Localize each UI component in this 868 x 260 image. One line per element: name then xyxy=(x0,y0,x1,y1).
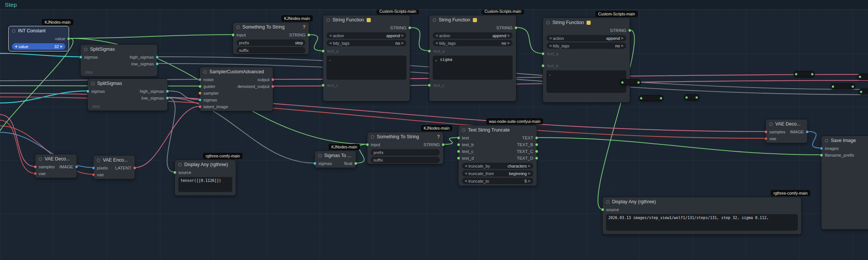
node-title-bar[interactable]: SplitSigmas xyxy=(88,79,167,88)
input-source[interactable]: source xyxy=(173,170,191,175)
decrement-arrow-icon[interactable]: ◀ xyxy=(15,45,17,48)
input-port-dot[interactable] xyxy=(764,137,767,140)
node-title-bar[interactable]: VAE Deco... xyxy=(766,119,807,128)
node-string-function-1[interactable]: Custom-Scripts-mainString FunctionSTRING… xyxy=(323,15,410,101)
increment-arrow-icon[interactable]: ▶ xyxy=(528,164,531,168)
increment-arrow-icon[interactable]: ▶ xyxy=(508,41,510,45)
increment-arrow-icon[interactable]: ▶ xyxy=(528,179,531,183)
widget-prefix[interactable]: prefixstep xyxy=(236,39,305,46)
input-text_d[interactable]: text_d xyxy=(457,156,474,160)
input-port-dot[interactable] xyxy=(640,97,642,100)
input-port-dot[interactable] xyxy=(685,96,688,99)
node-vae-decode-2[interactable]: VAE Deco...samplesIMAGEvae xyxy=(766,119,808,143)
node-title-bar[interactable]: VAE Deco... xyxy=(35,154,77,163)
decrement-arrow-icon[interactable]: ◀ xyxy=(435,41,438,45)
decrement-arrow-icon[interactable]: ◀ xyxy=(465,179,467,183)
collapse-icon[interactable] xyxy=(12,29,15,33)
node-something-to-string-2[interactable]: KJNodes-mainSomething To String?inputSTR… xyxy=(367,132,444,164)
decrement-arrow-icon[interactable]: ◀ xyxy=(549,44,551,47)
node-title-bar[interactable]: SplitSigmas xyxy=(81,45,157,54)
collapse-icon[interactable] xyxy=(546,21,550,24)
collapsed-node[interactable] xyxy=(794,71,815,77)
input-port-dot[interactable] xyxy=(457,143,460,146)
input-port-dot[interactable] xyxy=(232,33,235,36)
output-port-dot[interactable] xyxy=(811,73,814,76)
widget-tidy_tags[interactable]: ◀tidy_tagsno▶ xyxy=(546,42,626,49)
output-port-dot[interactable] xyxy=(637,81,640,84)
input-port-dot[interactable] xyxy=(79,56,82,59)
input-port-dot[interactable] xyxy=(820,147,823,150)
widget-truncate_by[interactable]: ◀truncate_bycharacters▶ xyxy=(462,163,533,169)
input-vae[interactable]: vae xyxy=(764,136,776,141)
node-vae-encode[interactable]: VAE Enco...pixelsLATENTvae xyxy=(93,155,135,179)
text-area[interactable]: . xyxy=(326,56,406,80)
output-port-dot[interactable] xyxy=(166,97,169,100)
node-something-to-string-1[interactable]: KJNodes-mainSomething To String?inputSTR… xyxy=(233,22,309,54)
output-denoised_output[interactable]: denoised_output xyxy=(238,84,274,89)
output-high_sigmas[interactable]: high_sigmas xyxy=(129,55,159,59)
input-vae[interactable]: vae xyxy=(92,172,104,177)
collapse-icon[interactable] xyxy=(606,200,609,204)
node-string-function-2[interactable]: Custom-Scripts-mainString FunctionSTRING… xyxy=(429,15,516,101)
collapse-icon[interactable] xyxy=(97,159,100,162)
increment-arrow-icon[interactable]: ▶ xyxy=(621,36,624,40)
node-title-bar[interactable]: Display Any (rgthree) xyxy=(175,160,236,169)
output-TEXT[interactable]: TEXT xyxy=(522,136,538,140)
collapse-icon[interactable] xyxy=(39,157,42,161)
increment-arrow-icon[interactable]: ▶ xyxy=(402,41,404,45)
input-port-dot[interactable] xyxy=(542,52,545,55)
input-port-dot[interactable] xyxy=(34,172,37,175)
decrement-arrow-icon[interactable]: ◀ xyxy=(549,36,551,40)
input-port-dot[interactable] xyxy=(199,92,202,95)
widget-action[interactable]: ◀actionappend▶ xyxy=(433,32,513,39)
output-port-dot[interactable] xyxy=(271,78,274,81)
decrement-arrow-icon[interactable]: ◀ xyxy=(329,34,331,37)
output-STRING[interactable]: STRING xyxy=(289,33,310,37)
input-filename_prefix[interactable]: filename_prefix xyxy=(820,153,854,157)
decrement-arrow-icon[interactable]: ◀ xyxy=(465,172,467,175)
collapse-icon[interactable] xyxy=(318,154,322,157)
collapsed-node[interactable] xyxy=(620,79,641,85)
output-port-dot[interactable] xyxy=(156,56,159,59)
node-title-bar[interactable]: String Function xyxy=(323,15,410,24)
node-title-bar[interactable]: String Function xyxy=(429,15,516,24)
input-port-dot[interactable] xyxy=(92,173,95,176)
input-port-dot[interactable] xyxy=(199,105,202,108)
output-port-dot[interactable] xyxy=(271,85,274,88)
input-sampler[interactable]: sampler xyxy=(199,91,219,95)
output-low_sigmas[interactable]: low_sigmas xyxy=(131,62,159,66)
collapsed-node[interactable] xyxy=(639,95,663,101)
increment-arrow-icon[interactable]: ▶ xyxy=(621,44,624,47)
input-pixels[interactable]: pixels xyxy=(92,166,108,170)
node-display-any-2[interactable]: rgthree-comfy-mainDisplay Any (rgthree)s… xyxy=(602,197,802,234)
input-samples[interactable]: samples xyxy=(34,165,55,169)
collapse-icon[interactable] xyxy=(769,122,773,126)
output-STRING[interactable]: STRING xyxy=(390,26,411,30)
input-port-dot[interactable] xyxy=(601,208,604,211)
output-port-dot[interactable] xyxy=(695,96,698,99)
input-port-dot[interactable] xyxy=(322,84,325,87)
node-save-image[interactable]: Save Imageimagesfilename_prefix xyxy=(821,136,868,230)
input-noise[interactable]: noise xyxy=(199,77,214,82)
input-port-dot[interactable] xyxy=(366,143,369,146)
input-port-dot[interactable] xyxy=(86,90,89,93)
input-port-dot[interactable] xyxy=(428,50,431,53)
node-string-function-3[interactable]: Custom-Scripts-mainString FunctionSTRING… xyxy=(543,18,630,103)
input-port-dot[interactable] xyxy=(820,154,823,157)
widget-tidy_tags[interactable]: ◀tidy_tagsno▶ xyxy=(433,40,513,46)
node-split-sigmas-1[interactable]: SplitSigmassigmashigh_sigmaslow_sigmasst… xyxy=(80,44,158,77)
output-IMAGE[interactable]: IMAGE xyxy=(790,130,809,134)
node-title-bar[interactable]: Something To String? xyxy=(367,132,443,141)
output-port-dot[interactable] xyxy=(514,26,517,29)
collapsed-node[interactable] xyxy=(857,74,868,80)
output-IMAGE[interactable]: IMAGE xyxy=(59,165,78,169)
output-STRING[interactable]: STRING xyxy=(610,28,631,33)
input-port-dot[interactable] xyxy=(457,150,460,153)
increment-arrow-icon[interactable]: ▶ xyxy=(402,34,404,37)
node-vae-decode-1[interactable]: VAE Deco...samplesIMAGEvae xyxy=(35,154,77,178)
collapse-icon[interactable] xyxy=(371,135,374,139)
output-port-dot[interactable] xyxy=(75,165,78,168)
node-sigmas-to-float[interactable]: KJNodes-mainSigmas To ...sigmasfloat xyxy=(314,151,356,168)
node-title-bar[interactable]: String Function xyxy=(543,18,630,27)
input-port-dot[interactable] xyxy=(173,171,176,174)
